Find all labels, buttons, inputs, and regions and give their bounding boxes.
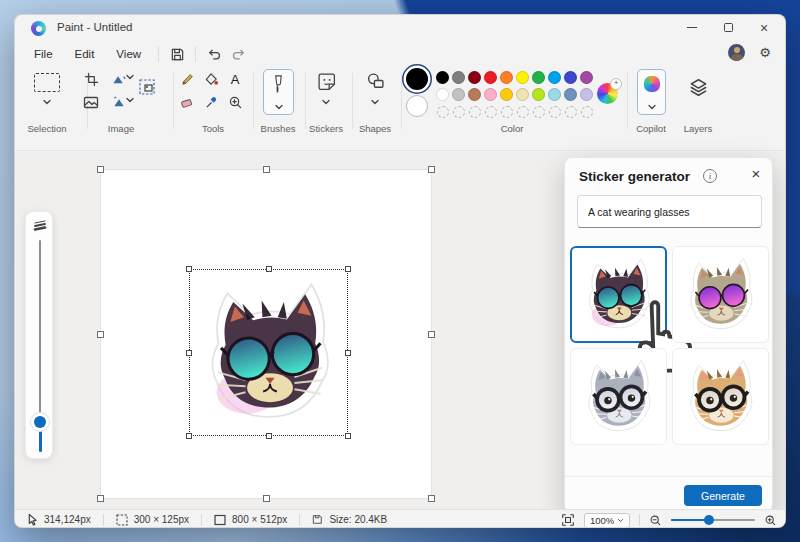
selection-size-icon [116, 514, 128, 526]
crop-icon[interactable] [81, 69, 101, 89]
color-swatch[interactable] [500, 71, 513, 84]
text-tool-icon[interactable]: A [225, 69, 245, 89]
color-swatch[interactable] [516, 71, 529, 84]
pencil-icon[interactable] [177, 69, 197, 89]
settings-gear-icon[interactable]: ⚙ [759, 45, 771, 60]
color-swatch[interactable] [548, 71, 561, 84]
fill-bucket-icon[interactable] [201, 69, 221, 89]
close-button[interactable]: × [749, 17, 779, 38]
titlebar: Paint - Untitled × [15, 15, 785, 41]
resize-handle-s[interactable] [266, 433, 272, 439]
shapes-group-label: Shapes [359, 123, 391, 134]
primary-color-swatch[interactable] [406, 68, 428, 90]
info-icon[interactable]: i [703, 169, 717, 183]
zoom-out-icon[interactable] [649, 514, 662, 527]
resize-handle-se[interactable] [428, 495, 435, 502]
color-swatch[interactable] [436, 71, 449, 84]
sticker-thumbnail-2[interactable] [672, 246, 769, 343]
empty-color-slot[interactable] [517, 106, 529, 118]
undo-icon[interactable] [202, 44, 226, 64]
menu-file[interactable]: File [23, 45, 64, 63]
zoom-slider-thumb[interactable] [704, 515, 714, 525]
resize-handle-w[interactable] [97, 331, 104, 338]
color-swatch[interactable] [532, 71, 545, 84]
sticker-thumbnail-3[interactable] [570, 348, 667, 445]
color-swatch[interactable] [580, 71, 593, 84]
size-slider-thumb[interactable] [34, 416, 46, 428]
resize-handle-ne[interactable] [345, 266, 351, 272]
window-title: Paint - Untitled [57, 21, 132, 33]
color-swatch[interactable] [468, 88, 481, 101]
workspace: Sticker generator i × Generate [15, 152, 785, 509]
prompt-input[interactable] [577, 195, 762, 228]
color-swatch[interactable] [580, 88, 593, 101]
resize-handle-sw[interactable] [97, 495, 104, 502]
empty-color-slot[interactable] [581, 106, 593, 118]
empty-color-slot[interactable] [549, 106, 561, 118]
secondary-color-swatch[interactable] [406, 95, 428, 117]
color-swatch[interactable] [564, 71, 577, 84]
tools-group-label: Tools [202, 123, 224, 134]
minimize-button[interactable] [677, 17, 707, 38]
menubar: File Edit View ⚙ [15, 41, 785, 67]
brushes-button[interactable] [263, 69, 294, 115]
color-swatch[interactable] [516, 88, 529, 101]
zoom-in-icon[interactable] [764, 514, 777, 527]
redo-icon[interactable] [226, 44, 250, 64]
sticker-thumbnail-1[interactable] [570, 246, 667, 343]
color-swatch[interactable] [436, 88, 449, 101]
color-swatch[interactable] [452, 88, 465, 101]
resize-handle-nw[interactable] [97, 166, 104, 173]
zoom-slider[interactable] [671, 514, 755, 526]
fit-to-screen-icon[interactable] [561, 513, 575, 527]
maximize-button[interactable] [713, 17, 743, 38]
copilot-button[interactable] [637, 69, 666, 115]
panel-close-icon[interactable]: × [747, 165, 765, 182]
resize-handle-w[interactable] [186, 350, 192, 356]
paint-app-icon [31, 21, 46, 36]
empty-color-slot[interactable] [565, 106, 577, 118]
sticker-thumbnail-4[interactable] [672, 348, 769, 445]
resize-handle-n[interactable] [266, 266, 272, 272]
save-icon[interactable] [165, 44, 189, 64]
resize-image-icon[interactable] [137, 77, 157, 97]
eraser-icon[interactable] [177, 92, 197, 112]
menu-edit[interactable]: Edit [64, 45, 106, 63]
zoom-dropdown[interactable]: 100% [584, 513, 630, 528]
resize-handle-e[interactable] [428, 331, 435, 338]
drawing-canvas[interactable] [101, 170, 431, 498]
resize-handle-s[interactable] [263, 495, 270, 502]
resize-handle-sw[interactable] [186, 433, 192, 439]
empty-color-slot[interactable] [485, 106, 497, 118]
resize-handle-e[interactable] [345, 350, 351, 356]
color-swatch[interactable] [484, 71, 497, 84]
size-slider[interactable] [25, 211, 53, 459]
selection-region[interactable] [189, 269, 348, 436]
account-avatar[interactable] [728, 44, 745, 61]
image-group-label: Image [108, 123, 134, 134]
resize-handle-nw[interactable] [186, 266, 192, 272]
empty-color-slot[interactable] [533, 106, 545, 118]
selection-group-label: Selection [27, 123, 66, 134]
color-swatch[interactable] [452, 71, 465, 84]
empty-color-slot[interactable] [437, 106, 449, 118]
color-swatch[interactable] [484, 88, 497, 101]
resize-handle-n[interactable] [263, 166, 270, 173]
layers-icon[interactable] [688, 77, 708, 97]
canvas-options-icon[interactable] [81, 92, 101, 112]
edit-colors-wheel-icon[interactable] [597, 83, 618, 104]
color-swatch[interactable] [564, 88, 577, 101]
color-swatch[interactable] [500, 88, 513, 101]
color-swatch[interactable] [548, 88, 561, 101]
empty-color-slot[interactable] [469, 106, 481, 118]
empty-color-slot[interactable] [453, 106, 465, 118]
generate-button[interactable]: Generate [684, 485, 762, 506]
color-swatch[interactable] [532, 88, 545, 101]
resize-handle-se[interactable] [345, 433, 351, 439]
menu-view[interactable]: View [105, 45, 152, 63]
resize-handle-ne[interactable] [428, 166, 435, 173]
magnifier-icon[interactable] [225, 92, 245, 112]
eyedropper-icon[interactable] [201, 92, 221, 112]
empty-color-slot[interactable] [501, 106, 513, 118]
color-swatch[interactable] [468, 71, 481, 84]
